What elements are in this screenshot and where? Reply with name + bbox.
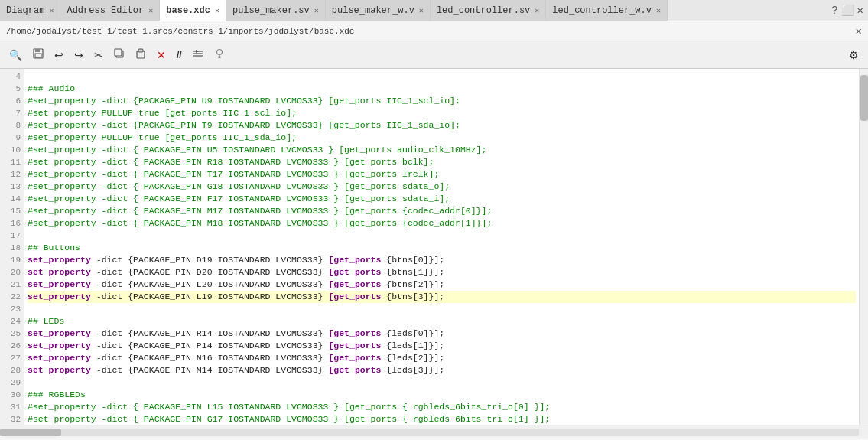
code-line[interactable]: #set_property PULLUP true [get_ports IIC… [28, 132, 856, 144]
line-number: 24 [0, 315, 24, 328]
bulb-icon [214, 48, 225, 61]
code-line[interactable]: ## LEDs [28, 315, 856, 328]
line-number: 16 [0, 217, 24, 230]
tab-led-controller-wv-label: led_controller_w.v [552, 5, 652, 16]
vertical-scrollbar-thumb[interactable] [860, 75, 868, 121]
vertical-scrollbar[interactable] [859, 69, 868, 425]
svg-rect-1 [35, 49, 40, 52]
code-line[interactable]: set_property -dict {PACKAGE_PIN L20 IOST… [28, 279, 856, 291]
line-number: 17 [0, 230, 24, 242]
tab-led-controller-wv-close[interactable]: ✕ [656, 6, 661, 15]
tab-pulse-maker-wv-label: pulse_maker_w.v [332, 5, 414, 16]
tab-led-controller-wv[interactable]: led_controller_w.v ✕ [546, 0, 668, 21]
tab-base-xdc[interactable]: base.xdc ✕ [160, 0, 226, 21]
code-line[interactable]: #set_property -dict { PACKAGE_PIN M17 IO… [28, 205, 856, 217]
maximize-icon[interactable]: ⬜ [841, 4, 854, 17]
tab-diagram-close[interactable]: ✕ [49, 6, 54, 15]
code-line[interactable]: #set_property -dict { PACKAGE_PIN G17 IO… [28, 413, 856, 425]
line-number: 23 [0, 303, 24, 315]
code-line[interactable]: #set_property -dict { PACKAGE_PIN F17 IO… [28, 193, 856, 205]
code-line[interactable]: #set_property -dict { PACKAGE_PIN T17 IO… [28, 168, 856, 181]
tab-pulse-maker-sv-label: pulse_maker.sv [232, 5, 310, 16]
line-number: 22 [0, 291, 24, 303]
code-line[interactable] [28, 70, 856, 83]
horizontal-scrollbar-container [0, 425, 868, 438]
line-number: 26 [0, 340, 24, 352]
redo-button[interactable]: ↪ [71, 47, 86, 63]
save-button[interactable] [30, 47, 47, 63]
toolbar: 🔍 ↩ ↪ ✂ ✕ // ⚙ [0, 41, 868, 69]
code-line[interactable] [28, 376, 856, 389]
tab-address-editor-close[interactable]: ✕ [148, 6, 153, 15]
tab-address-editor[interactable]: Address Editor ✕ [60, 0, 160, 21]
code-line[interactable]: #set_property -dict { PACKAGE_PIN R18 IO… [28, 156, 856, 168]
line-number: 4 [0, 70, 24, 83]
code-line[interactable]: set_property -dict {PACKAGE_PIN N16 IOST… [28, 352, 856, 364]
code-line[interactable]: #set_property -dict { PACKAGE_PIN G18 IO… [28, 181, 856, 193]
code-line[interactable]: set_property -dict {PACKAGE_PIN M14 IOST… [28, 364, 856, 376]
svg-point-11 [216, 50, 222, 55]
code-line[interactable]: #set_property -dict {PACKAGE_PIN U9 IOST… [28, 95, 856, 107]
tab-pulse-maker-sv[interactable]: pulse_maker.sv ✕ [226, 0, 326, 21]
line-number: 5 [0, 83, 24, 95]
settings-button[interactable]: ⚙ [846, 47, 862, 63]
horizontal-scrollbar-track[interactable] [0, 429, 859, 436]
code-line[interactable]: set_property -dict {PACKAGE_PIN P14 IOST… [28, 340, 856, 352]
editor-container: 4567891011121314151617181920212223242526… [0, 69, 868, 425]
copy-button[interactable] [111, 47, 128, 63]
code-line[interactable]: ### Audio [28, 83, 856, 95]
tab-base-xdc-label: base.xdc [166, 5, 210, 16]
search-button[interactable]: 🔍 [6, 47, 25, 63]
tab-led-controller-sv-close[interactable]: ✕ [535, 6, 539, 15]
code-line[interactable]: ## Buttons [28, 242, 856, 254]
code-line[interactable]: #set_property -dict { PACKAGE_PIN U5 IOS… [28, 144, 856, 156]
tab-pulse-maker-wv[interactable]: pulse_maker_w.v ✕ [326, 0, 431, 21]
code-line[interactable]: #set_property -dict { PACKAGE_PIN M18 IO… [28, 217, 856, 230]
code-line[interactable]: #set_property PULLUP true [get_ports IIC… [28, 107, 856, 119]
search-icon: 🔍 [9, 49, 22, 61]
cut-button[interactable]: ✂ [91, 47, 106, 63]
line-number: 30 [0, 389, 24, 401]
tab-led-controller-sv[interactable]: led_controller.sv ✕ [431, 0, 546, 21]
undo-button[interactable]: ↩ [51, 47, 67, 63]
paste-icon [135, 48, 146, 61]
line-number: 29 [0, 376, 24, 389]
line-number: 10 [0, 144, 24, 156]
bulb-button[interactable] [211, 47, 228, 63]
code-line[interactable] [28, 230, 856, 242]
code-line[interactable]: ### RGBLEDs [28, 389, 856, 401]
horizontal-scrollbar-thumb[interactable] [0, 429, 61, 436]
code-line[interactable]: set_property -dict {PACKAGE_PIN L19 IOST… [28, 291, 856, 303]
tab-base-xdc-close[interactable]: ✕ [215, 6, 219, 15]
save-icon [33, 48, 44, 61]
code-content[interactable]: ### Audio#set_property -dict {PACKAGE_PI… [24, 69, 859, 425]
line-number: 28 [0, 364, 24, 376]
code-line[interactable]: #set_property -dict { PACKAGE_PIN L15 IO… [28, 401, 856, 413]
close-all-icon[interactable]: ✕ [857, 4, 863, 17]
tab-pulse-maker-wv-close[interactable]: ✕ [419, 6, 424, 15]
line-number: 18 [0, 242, 24, 254]
comment-button[interactable]: // [174, 48, 185, 62]
help-icon[interactable]: ? [831, 5, 837, 17]
redo-icon: ↪ [74, 49, 83, 61]
line-number: 13 [0, 181, 24, 193]
svg-rect-4 [115, 49, 122, 56]
path-close-icon[interactable]: ✕ [856, 24, 862, 37]
delete-button[interactable]: ✕ [154, 47, 169, 63]
code-line[interactable] [28, 303, 856, 315]
paste-button[interactable] [132, 47, 149, 63]
tab-led-controller-sv-label: led_controller.sv [437, 5, 530, 16]
undo-icon: ↩ [54, 49, 63, 61]
tab-diagram[interactable]: Diagram ✕ [0, 0, 60, 21]
indent-button[interactable] [190, 47, 206, 63]
code-line[interactable]: #set_property -dict {PACKAGE_PIN T9 IOST… [28, 119, 856, 132]
code-line[interactable]: set_property -dict {PACKAGE_PIN D19 IOST… [28, 254, 856, 266]
svg-rect-6 [138, 49, 143, 52]
tab-pulse-maker-sv-close[interactable]: ✕ [314, 6, 319, 15]
code-area: 4567891011121314151617181920212223242526… [0, 69, 868, 425]
line-number: 8 [0, 119, 24, 132]
tab-bar: Diagram ✕ Address Editor ✕ base.xdc ✕ pu… [0, 0, 868, 21]
line-number: 15 [0, 205, 24, 217]
code-line[interactable]: set_property -dict {PACKAGE_PIN D20 IOST… [28, 266, 856, 279]
code-line[interactable]: set_property -dict {PACKAGE_PIN R14 IOST… [28, 328, 856, 340]
